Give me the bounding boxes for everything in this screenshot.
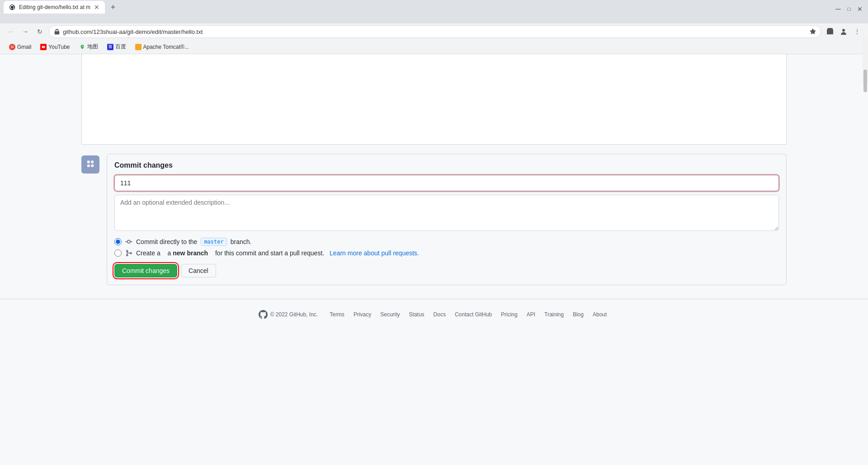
- radio-new-suffix: for this commit and start a pull request…: [213, 249, 326, 257]
- tab-title-text: Editing git-demo/hello.txt at m: [19, 4, 90, 10]
- minimize-button[interactable]: ─: [834, 5, 843, 14]
- refresh-button[interactable]: ↻: [34, 26, 45, 37]
- footer-about[interactable]: About: [590, 310, 609, 319]
- star-icon[interactable]: [810, 28, 816, 35]
- svg-rect-1: [84, 158, 97, 171]
- footer-contact[interactable]: Contact GitHub: [452, 310, 495, 319]
- bookmark-baidu-label: 百度: [115, 43, 126, 51]
- commit-changes-button[interactable]: Commit changes: [114, 264, 177, 277]
- url-text: github.com/123shuai-aa/git-demo/edit/mas…: [63, 28, 807, 35]
- commit-description-textarea[interactable]: [114, 195, 779, 231]
- commit-options: Commit directly to the master branch. Cr…: [114, 238, 779, 257]
- bookmark-youtube[interactable]: YouTube: [37, 43, 73, 51]
- back-button[interactable]: ←: [5, 26, 16, 37]
- cancel-button[interactable]: Cancel: [181, 264, 216, 277]
- profile-button[interactable]: [838, 26, 849, 37]
- bookmark-baidu[interactable]: 百 百度: [104, 42, 130, 52]
- footer-status[interactable]: Status: [406, 310, 427, 319]
- footer-training[interactable]: Training: [542, 310, 566, 319]
- footer-security[interactable]: Security: [377, 310, 402, 319]
- tab-favicon: [9, 4, 15, 10]
- footer-logo: © 2022 GitHub, Inc.: [259, 310, 318, 319]
- footer-docs[interactable]: Docs: [431, 310, 448, 319]
- user-avatar: [81, 155, 99, 174]
- footer-blog[interactable]: Blog: [570, 310, 586, 319]
- commit-buttons: Commit changes Cancel: [114, 264, 779, 277]
- bookmark-tomcat[interactable]: Apache Tomcat®...: [132, 43, 193, 51]
- svg-rect-2: [87, 161, 90, 164]
- radio-direct-suffix: branch.: [231, 238, 252, 245]
- svg-rect-5: [91, 164, 94, 167]
- maximize-button[interactable]: □: [844, 5, 854, 14]
- branch-badge: master: [201, 238, 226, 246]
- forward-button[interactable]: →: [20, 26, 31, 37]
- commit-message-input[interactable]: [114, 175, 779, 191]
- menu-button[interactable]: ⋮: [852, 26, 863, 37]
- tab-close-button[interactable]: ✕: [94, 4, 99, 11]
- footer-terms[interactable]: Terms: [327, 310, 347, 319]
- bookmark-tomcat-label: Apache Tomcat®...: [143, 44, 189, 50]
- radio-direct-commit[interactable]: Commit directly to the master branch.: [114, 238, 779, 246]
- close-window-button[interactable]: ✕: [855, 5, 864, 14]
- extension-button[interactable]: [825, 26, 835, 37]
- radio-new-branch-input[interactable]: [114, 249, 122, 257]
- bookmark-maps-label: 地图: [87, 43, 98, 51]
- radio-direct-label: Commit directly to the: [136, 238, 197, 245]
- bookmark-youtube-label: YouTube: [48, 44, 70, 50]
- scrollbar[interactable]: [863, 38, 868, 83]
- pull-request-icon: [125, 249, 132, 257]
- bookmark-maps[interactable]: 地图: [75, 42, 102, 52]
- new-tab-button[interactable]: +: [107, 1, 119, 14]
- commit-icon: [125, 238, 132, 245]
- lock-icon: [54, 28, 60, 35]
- footer-copyright: © 2022 GitHub, Inc.: [270, 311, 318, 318]
- bookmarks-bar: G Gmail YouTube 地图 百 百度 Apache Tomcat®..…: [0, 40, 868, 54]
- radio-new-label: Create a: [136, 249, 160, 257]
- radio-new-branch[interactable]: Create a a new branch for this commit an…: [114, 249, 779, 257]
- learn-more-link[interactable]: Learn more about pull requests.: [330, 249, 419, 257]
- commit-title: Commit changes: [114, 161, 779, 169]
- radio-direct-input[interactable]: [114, 238, 122, 245]
- page-footer: © 2022 GitHub, Inc. Terms Privacy Securi…: [0, 299, 868, 330]
- active-tab[interactable]: Editing git-demo/hello.txt at m ✕: [4, 1, 105, 14]
- radio-new-branch-bold: a new branch: [166, 249, 208, 257]
- footer-pricing[interactable]: Pricing: [498, 310, 520, 319]
- svg-rect-3: [91, 161, 94, 164]
- address-bar[interactable]: github.com/123shuai-aa/git-demo/edit/mas…: [49, 25, 821, 38]
- github-logo: [259, 310, 268, 319]
- bookmark-gmail[interactable]: G Gmail: [5, 43, 35, 51]
- svg-rect-4: [87, 164, 90, 167]
- commit-form: Commit changes Commit directly to the ma…: [107, 154, 787, 285]
- code-editor-area: [81, 54, 787, 145]
- bookmark-gmail-label: Gmail: [17, 44, 31, 50]
- footer-privacy[interactable]: Privacy: [351, 310, 374, 319]
- footer-api[interactable]: API: [524, 310, 538, 319]
